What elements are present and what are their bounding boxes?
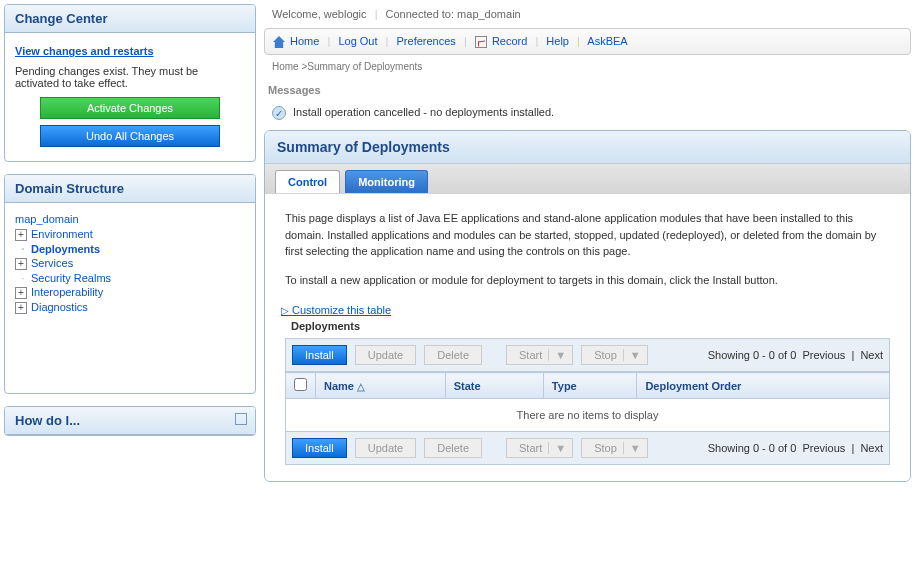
chevron-down-icon: ▼ bbox=[623, 442, 641, 454]
tree-item-label: Environment bbox=[31, 228, 93, 240]
col-state[interactable]: State bbox=[445, 373, 543, 399]
start-label: Start bbox=[519, 349, 542, 361]
tree-item-environment[interactable]: +Environment bbox=[15, 227, 245, 242]
pager-next[interactable]: Next bbox=[860, 442, 883, 454]
description-block: This page displays a list of Java EE app… bbox=[285, 210, 890, 288]
table-toolbar-bottom: Install Update Delete Start▼ Stop▼ Showi… bbox=[285, 432, 890, 465]
tree-item-label: Deployments bbox=[31, 243, 100, 255]
chevron-down-icon: ▼ bbox=[623, 349, 641, 361]
table-toolbar-top: Install Update Delete Start▼ Stop▼ Showi… bbox=[285, 338, 890, 372]
pager-top: Showing 0 - 0 of 0 Previous | Next bbox=[708, 349, 883, 361]
delete-button[interactable]: Delete bbox=[424, 438, 482, 458]
customize-table-label: Customize this table bbox=[292, 304, 391, 316]
install-button[interactable]: Install bbox=[292, 345, 347, 365]
pager-showing: Showing 0 - 0 of 0 bbox=[708, 442, 797, 454]
triangle-icon: ▷ bbox=[281, 305, 289, 316]
maximize-icon[interactable] bbox=[235, 413, 247, 425]
plus-icon[interactable]: + bbox=[15, 287, 27, 299]
deployments-table-label: Deployments bbox=[285, 318, 890, 338]
update-button[interactable]: Update bbox=[355, 438, 416, 458]
tree-item-label: Interoperability bbox=[31, 286, 103, 298]
tree-item-label: Diagnostics bbox=[31, 301, 88, 313]
pager-prev[interactable]: Previous bbox=[802, 349, 845, 361]
breadcrumb: Home >Summary of Deployments bbox=[264, 59, 911, 80]
tree-item-label: Services bbox=[31, 257, 73, 269]
main-panel: Summary of Deployments Control Monitorin… bbox=[264, 130, 911, 482]
domain-structure-panel: Domain Structure map_domain +Environment… bbox=[4, 174, 256, 394]
domain-structure-title: Domain Structure bbox=[5, 175, 255, 203]
tree-root[interactable]: map_domain bbox=[15, 211, 245, 227]
top-toolbar: Home | Log Out | Preferences | Record | … bbox=[264, 28, 911, 55]
change-center-panel: Change Center View changes and restarts … bbox=[4, 4, 256, 162]
activate-changes-button[interactable]: Activate Changes bbox=[40, 97, 220, 119]
plus-icon[interactable]: + bbox=[15, 229, 27, 241]
stop-label: Stop bbox=[594, 442, 617, 454]
pager-bottom: Showing 0 - 0 of 0 Previous | Next bbox=[708, 442, 883, 454]
stop-dropdown[interactable]: Stop▼ bbox=[581, 438, 648, 458]
tree-branch-icon: · bbox=[15, 243, 31, 255]
start-dropdown[interactable]: Start▼ bbox=[506, 345, 573, 365]
col-type[interactable]: Type bbox=[543, 373, 637, 399]
undo-all-changes-button[interactable]: Undo All Changes bbox=[40, 125, 220, 147]
pager-prev[interactable]: Previous bbox=[802, 442, 845, 454]
page-title: Summary of Deployments bbox=[265, 131, 910, 164]
description-2: To install a new application or module f… bbox=[285, 272, 890, 289]
col-name-label: Name bbox=[324, 380, 354, 392]
stop-dropdown[interactable]: Stop▼ bbox=[581, 345, 648, 365]
record-icon bbox=[475, 36, 487, 48]
message-row: ✓ Install operation cancelled - no deplo… bbox=[264, 100, 911, 130]
install-button[interactable]: Install bbox=[292, 438, 347, 458]
tree-branch-icon: · bbox=[15, 272, 31, 284]
col-checkbox bbox=[286, 373, 316, 399]
home-link[interactable]: Home bbox=[290, 35, 319, 47]
tree-item-diagnostics[interactable]: +Diagnostics bbox=[15, 300, 245, 315]
pending-changes-text: Pending changes exist. They must be acti… bbox=[15, 65, 245, 89]
tab-bar: Control Monitoring bbox=[265, 164, 910, 194]
connected-to-text: Connected to: map_domain bbox=[386, 8, 521, 20]
tree-item-interoperability[interactable]: +Interoperability bbox=[15, 285, 245, 300]
message-text: Install operation cancelled - no deploym… bbox=[293, 106, 554, 118]
stop-label: Stop bbox=[594, 349, 617, 361]
view-changes-link[interactable]: View changes and restarts bbox=[15, 41, 245, 65]
top-status-bar: Welcome, weblogic | Connected to: map_do… bbox=[264, 4, 911, 24]
home-icon bbox=[273, 36, 285, 48]
description-1: This page displays a list of Java EE app… bbox=[285, 210, 890, 260]
sort-asc-icon: △ bbox=[357, 381, 365, 392]
deployments-table: Name △ State Type Deployment Order There… bbox=[285, 372, 890, 432]
record-link[interactable]: Record bbox=[492, 35, 527, 47]
col-order[interactable]: Deployment Order bbox=[637, 373, 890, 399]
how-do-i-panel: How do I... bbox=[4, 406, 256, 436]
select-all-checkbox[interactable] bbox=[294, 378, 307, 391]
tree-item-security-realms[interactable]: ·Security Realms bbox=[15, 271, 245, 285]
askbea-link[interactable]: AskBEA bbox=[587, 35, 627, 47]
update-button[interactable]: Update bbox=[355, 345, 416, 365]
customize-table-link[interactable]: ▷ Customize this table bbox=[281, 304, 391, 316]
tree-item-services[interactable]: +Services bbox=[15, 256, 245, 271]
tree-item-deployments[interactable]: ·Deployments bbox=[15, 242, 245, 256]
chevron-down-icon: ▼ bbox=[548, 349, 566, 361]
pager-next[interactable]: Next bbox=[860, 349, 883, 361]
help-link[interactable]: Help bbox=[546, 35, 569, 47]
messages-heading: Messages bbox=[264, 80, 911, 100]
info-check-icon: ✓ bbox=[272, 106, 286, 120]
plus-icon[interactable]: + bbox=[15, 258, 27, 270]
col-name[interactable]: Name △ bbox=[316, 373, 446, 399]
tab-control[interactable]: Control bbox=[275, 170, 340, 193]
how-do-i-title: How do I... bbox=[5, 407, 255, 435]
start-label: Start bbox=[519, 442, 542, 454]
logout-link[interactable]: Log Out bbox=[338, 35, 377, 47]
delete-button[interactable]: Delete bbox=[424, 345, 482, 365]
tab-monitoring[interactable]: Monitoring bbox=[345, 170, 428, 193]
change-center-title: Change Center bbox=[5, 5, 255, 33]
empty-row: There are no items to display bbox=[286, 399, 890, 432]
chevron-down-icon: ▼ bbox=[548, 442, 566, 454]
preferences-link[interactable]: Preferences bbox=[397, 35, 456, 47]
plus-icon[interactable]: + bbox=[15, 302, 27, 314]
tree-item-label: Security Realms bbox=[31, 272, 111, 284]
welcome-text: Welcome, weblogic bbox=[272, 8, 367, 20]
pager-showing: Showing 0 - 0 of 0 bbox=[708, 349, 797, 361]
start-dropdown[interactable]: Start▼ bbox=[506, 438, 573, 458]
